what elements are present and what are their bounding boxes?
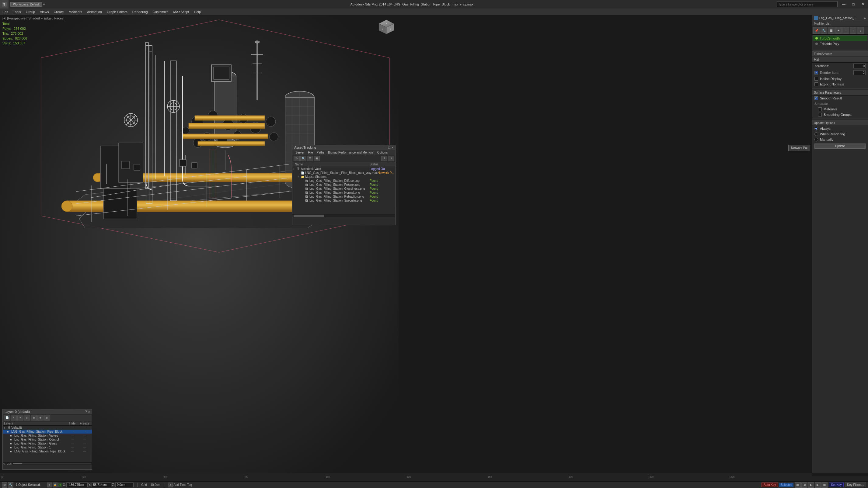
x-value[interactable]: -136.775cm: [66, 483, 88, 487]
set-key-button[interactable]: Set Key: [829, 483, 844, 487]
layer-scrollbar-thumb[interactable]: [13, 463, 22, 464]
menu-graph-editors[interactable]: Graph Editors: [104, 8, 130, 15]
modifier-editable-poly[interactable]: Editable Poly: [813, 41, 867, 46]
at-grid-btn[interactable]: ⊞: [314, 156, 320, 161]
at-find-btn[interactable]: 🔍: [300, 156, 306, 161]
z-value[interactable]: 0.0cm: [115, 483, 133, 487]
layer-highlight-btn[interactable]: ◈: [31, 415, 37, 421]
at-tree-row[interactable]: 🖼 Lng_Gas_Filling_Station_Fresnel.png Fo…: [292, 183, 395, 187]
modifier-down-icon[interactable]: ↓: [857, 27, 864, 34]
layer-more-btn[interactable]: ▷: [44, 415, 50, 421]
at-tree-row[interactable]: 🖼 Lng_Gas_Filling_Station_Diffuse.png Fo…: [292, 179, 395, 183]
play-btn[interactable]: ▶: [808, 482, 814, 488]
minimize-button[interactable]: —: [839, 0, 848, 8]
at-menu-file[interactable]: File: [306, 151, 315, 155]
panel-expand-icon[interactable]: ▶: [864, 17, 866, 20]
layer-panel-close-icon[interactable]: ×: [88, 410, 90, 414]
materials-checkbox[interactable]: [818, 107, 822, 111]
smoothing-groups-checkbox[interactable]: [818, 113, 822, 117]
time-icon[interactable]: ⧗: [168, 483, 173, 487]
viewport[interactable]: T L F [+] [Perspective] [Shaded + Edged …: [0, 15, 399, 473]
at-scrollbar-horizontal[interactable]: [292, 214, 395, 217]
layer-row[interactable]: ▸ 0 (default): [3, 426, 92, 430]
go-to-start-btn[interactable]: ⏮: [795, 482, 801, 488]
at-tree-row[interactable]: ▸ 🗄 Autodesk Vault Logged Ou: [292, 167, 395, 171]
isoline-checkbox[interactable]: [814, 77, 818, 80]
lock-icon[interactable]: 🔒: [53, 483, 58, 487]
at-tree-row[interactable]: 🖼 Lng_Gas_Filling_Station_Glossiness.png…: [292, 187, 395, 191]
menu-maxscript[interactable]: MAXScript: [171, 8, 192, 15]
layer-add-selected-btn[interactable]: +: [17, 415, 24, 421]
maximize-button[interactable]: □: [848, 0, 858, 8]
prev-frame-btn[interactable]: ◀: [801, 482, 807, 488]
at-list-btn[interactable]: ☰: [307, 156, 313, 161]
at-menu-paths[interactable]: Paths: [315, 151, 327, 155]
selected-dropdown[interactable]: Selected: [779, 483, 794, 487]
viewport-compass[interactable]: T L F: [377, 18, 396, 36]
layer-scrollbar[interactable]: 0 / 225: [3, 462, 92, 464]
workspace-dropdown[interactable]: Workspace: Default: [10, 2, 42, 7]
smooth-result-checkbox[interactable]: ✓: [814, 96, 818, 100]
layer-row[interactable]: ■ LNG_Gas_Filling_Station_Pipe_Block: [3, 449, 92, 453]
when-rendering-radio[interactable]: [814, 132, 818, 136]
at-maximize-icon[interactable]: □: [388, 145, 390, 149]
y-value[interactable]: 58.714cm: [92, 483, 111, 487]
update-button[interactable]: Update: [814, 143, 866, 149]
pin-icon[interactable]: 📌: [813, 27, 820, 34]
status-icon-1[interactable]: ⊕: [2, 482, 7, 488]
layer-delete-btn[interactable]: ×: [11, 415, 17, 421]
menu-edit[interactable]: Edit: [0, 8, 11, 15]
menu-views[interactable]: Views: [37, 8, 51, 15]
object-color-swatch[interactable]: [814, 16, 818, 20]
iterations-input[interactable]: [854, 64, 866, 68]
next-frame-btn[interactable]: ▶: [815, 482, 821, 488]
close-button[interactable]: ✕: [858, 0, 868, 8]
modifier-plus-icon[interactable]: +: [835, 27, 842, 34]
modifier-up-icon[interactable]: ↑: [850, 27, 857, 34]
layer-row[interactable]: ■ Lng_Gas_Filling_Station_Glass: [3, 442, 92, 446]
modifier-tools-icon[interactable]: 🔧: [820, 27, 827, 34]
at-tree-row[interactable]: 🖼 Lng_Gas_Filling_Station_Refraction.png…: [292, 195, 395, 199]
menu-create[interactable]: Create: [51, 8, 66, 15]
manually-radio[interactable]: [814, 138, 818, 141]
layer-panel-question-icon[interactable]: ?: [85, 410, 87, 414]
at-info-btn[interactable]: ℹ: [388, 156, 394, 161]
render-iters-checkbox[interactable]: ✓: [814, 71, 818, 74]
menu-help[interactable]: Help: [192, 8, 204, 15]
layer-row[interactable]: ■ LNG_Gas_Filling_Station_Pipe_Block: [3, 430, 92, 433]
go-to-end-btn[interactable]: ⏭: [822, 482, 828, 488]
layer-row[interactable]: ■ Lng_Gas_Filling_Station_1: [3, 446, 92, 449]
modifier-turbosmooth[interactable]: TurboSmooth: [813, 36, 867, 41]
layer-select-btn[interactable]: ◻: [24, 415, 30, 421]
timeline[interactable]: 0 25 50 75 100 125 150 175 200 225: [0, 473, 812, 481]
at-tree-row[interactable]: 📄 LNG_Gas_Filling_Station_Pipe_Block_max…: [292, 171, 395, 175]
at-menu-server[interactable]: Server: [293, 151, 306, 155]
layer-row[interactable]: ■ Lng_Gas_Filling_Station_Valves: [3, 433, 92, 437]
menu-customize[interactable]: Customize: [150, 8, 171, 15]
modifier-minus-icon[interactable]: -: [842, 27, 849, 34]
always-radio[interactable]: [814, 127, 818, 130]
layer-row[interactable]: ■ Lng_Gas_Filling_Station_Control: [3, 437, 92, 442]
auto-key-button[interactable]: Auto Key: [762, 483, 778, 487]
menu-animation[interactable]: Animation: [85, 8, 104, 15]
render-iters-input[interactable]: [854, 70, 866, 75]
at-tree-row[interactable]: ▸ 📁 Maps / Shaders: [292, 175, 395, 179]
layer-freeze-all-btn[interactable]: ❄: [37, 415, 43, 421]
at-menu-bitmap[interactable]: Bitmap Performance and Memory: [326, 151, 375, 155]
menu-modifiers[interactable]: Modifiers: [66, 8, 85, 15]
menu-group[interactable]: Group: [24, 8, 38, 15]
at-refresh-btn[interactable]: ↻: [293, 156, 300, 161]
at-tree-row[interactable]: 🖼 Lng_Gas_Filling_Station_Specular.png F…: [292, 199, 395, 202]
at-menu-options[interactable]: Options: [375, 151, 390, 155]
status-icon-2[interactable]: 🔧: [8, 482, 13, 488]
layer-new-btn[interactable]: 📄: [4, 415, 10, 421]
at-minimize-icon[interactable]: —: [384, 145, 387, 149]
at-scrollbar-thumb[interactable]: [293, 215, 324, 217]
modifier-stack-icon[interactable]: ☰: [828, 27, 835, 34]
at-close-icon[interactable]: ×: [392, 145, 393, 149]
at-help-btn[interactable]: ?: [381, 156, 387, 161]
menu-tools[interactable]: Tools: [11, 8, 24, 15]
dropdown-arrow-icon[interactable]: ▾: [43, 2, 45, 7]
key-filters-button[interactable]: Key Filters...: [845, 483, 866, 487]
at-tree-row[interactable]: 🖼 Lng_Gas_Filling_Station_Normal.png Fou…: [292, 191, 395, 195]
